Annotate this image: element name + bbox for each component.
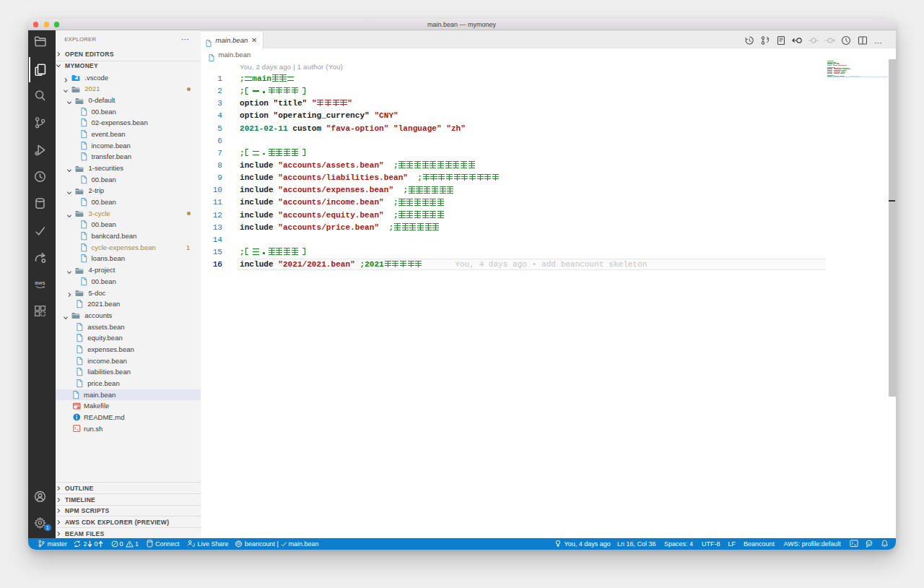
svg-text:aws: aws xyxy=(35,280,45,287)
